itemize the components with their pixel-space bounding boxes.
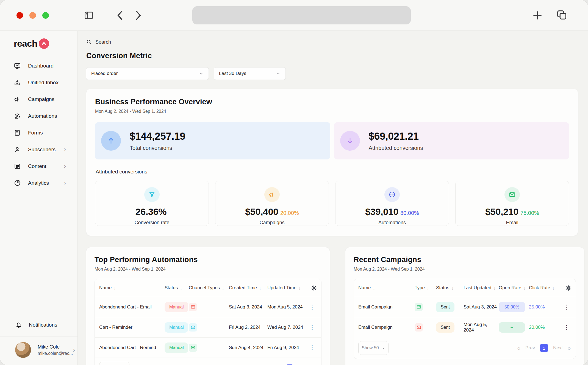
user-name: Mike Cole xyxy=(38,344,73,350)
sort-icon: ↓ xyxy=(180,286,182,290)
column-header-status[interactable]: Status↓ xyxy=(436,285,464,291)
back-button[interactable] xyxy=(116,10,124,21)
sidebar-item-label: Dashboard xyxy=(28,63,54,69)
page-size-select[interactable]: Show 50 xyxy=(358,341,389,355)
sidebar-item-analytics[interactable]: Analytics › xyxy=(14,178,72,189)
sidebar-item-forms[interactable]: Forms xyxy=(14,127,72,138)
app-logo: reach xyxy=(0,38,77,49)
notifications-label: Notifications xyxy=(29,322,57,328)
bell-icon xyxy=(15,321,22,328)
row-menu-button[interactable]: ⋮ xyxy=(562,324,571,331)
automations-table: Name↓ Status↓ Channel Types↓ Created Tim… xyxy=(95,279,321,365)
close-window-button[interactable] xyxy=(16,12,23,19)
email-type-icon xyxy=(415,303,423,311)
sidebar-toggle-button[interactable] xyxy=(83,10,94,21)
sidebar-item-subscribers[interactable]: Subscribers › xyxy=(14,144,72,155)
attributed-conversions-card: $69,021.21 Attributed conversions xyxy=(334,122,569,159)
automations-metric-label: Automations xyxy=(378,220,406,226)
maximize-window-button[interactable] xyxy=(42,12,49,19)
chevron-down-icon xyxy=(382,346,385,350)
created-time: Fri Aug 2, 2024 xyxy=(229,325,267,330)
column-header-created-time[interactable]: Created Time↓ xyxy=(229,285,267,291)
metric-select[interactable]: Placed order xyxy=(86,67,209,80)
email-channel-icon xyxy=(189,303,197,311)
date-range-select-value: Last 30 Days xyxy=(219,71,246,76)
traffic-lights xyxy=(16,12,49,19)
funnel-icon xyxy=(144,187,160,202)
column-header-last-updated[interactable]: Last Updated↓ xyxy=(464,285,499,291)
table-row: Abondonend Cart - Email Manual Sat Aug 3… xyxy=(95,297,321,317)
minimize-window-button[interactable] xyxy=(29,12,36,19)
automation-wave-icon xyxy=(384,187,400,202)
plus-icon xyxy=(531,9,543,21)
attributed-conversions-value: $69,021.21 xyxy=(369,131,423,142)
email-metric-label: Email xyxy=(506,220,518,226)
column-header-type[interactable]: Type↓ xyxy=(415,285,436,291)
logo-text: reach xyxy=(14,38,37,49)
table-settings-button[interactable] xyxy=(565,285,571,291)
tab-overview-button[interactable] xyxy=(556,9,568,21)
click-rate: 25.00% xyxy=(529,304,562,310)
main-content: Search Conversion Metric Placed order La… xyxy=(78,31,588,365)
page-number-button[interactable]: 1 xyxy=(540,344,548,352)
automations-table-header: Name↓ Status↓ Channel Types↓ Created Tim… xyxy=(95,279,321,297)
campaigns-table-title: Recent Campaigns xyxy=(354,256,576,264)
table-settings-button[interactable] xyxy=(311,285,317,291)
forward-button[interactable] xyxy=(134,10,142,21)
inbox-icon xyxy=(14,79,21,86)
sort-icon: ↓ xyxy=(222,286,224,290)
row-menu-button[interactable]: ⋮ xyxy=(307,344,317,351)
open-rate-badge: 50.00% xyxy=(499,302,525,312)
row-menu-button[interactable]: ⋮ xyxy=(307,304,317,311)
sidebar: reach Dashboard Unified Inbox Campaigns xyxy=(0,31,78,365)
column-header-name[interactable]: Name↓ xyxy=(358,285,415,291)
row-menu-button[interactable]: ⋮ xyxy=(307,324,317,331)
last-page-button[interactable]: » xyxy=(568,345,571,351)
conversion-rate-card: 26.36% Conversion rate xyxy=(95,181,209,226)
table-row: Email Campaign Sent Mon Aug 5, 2024 -- 2… xyxy=(354,317,576,337)
user-profile[interactable]: Mike Cole mike.colen@rec... › xyxy=(0,336,77,365)
column-header-updated-time[interactable]: Updated Time↓ xyxy=(267,285,307,291)
column-header-channel-types[interactable]: Channel Types↓ xyxy=(189,285,229,291)
status-badge: Manual xyxy=(165,302,188,312)
sidebar-item-campaigns[interactable]: Campaigns xyxy=(14,94,72,105)
campaigns-table-date-range: Mon Aug 2, 2024 - Wed Sep 1, 2024 xyxy=(354,267,576,272)
page-size-select[interactable]: Show 50 xyxy=(99,362,129,365)
table-row: Abondonend Cart - Remind Manual Sun Aug … xyxy=(95,337,321,358)
date-range-select[interactable]: Last 30 Days xyxy=(214,67,286,80)
last-updated: Mon Aug 5, 2024 xyxy=(464,322,499,333)
user-email: mike.colen@rec... xyxy=(38,351,73,356)
column-header-open-rate[interactable]: Open Rate↓ xyxy=(499,285,529,291)
address-bar[interactable] xyxy=(192,6,411,24)
status-badge: Sent xyxy=(436,302,454,312)
sidebar-item-automations[interactable]: Automations xyxy=(14,111,72,122)
row-menu-button[interactable]: ⋮ xyxy=(562,304,571,311)
sidebar-item-unified-inbox[interactable]: Unified Inbox xyxy=(14,77,72,88)
sidebar-item-dashboard[interactable]: Dashboard xyxy=(14,60,72,71)
column-header-status[interactable]: Status↓ xyxy=(165,285,189,291)
notifications-button[interactable]: Notifications xyxy=(0,321,57,336)
automation-name: Abondonend Cart - Email xyxy=(99,304,165,310)
column-header-click-rate[interactable]: Click Rate↓ xyxy=(529,285,562,291)
sidebar-item-label: Forms xyxy=(28,130,43,136)
sidebar-item-content[interactable]: Content › xyxy=(14,161,72,172)
search-input[interactable]: Search xyxy=(86,37,578,47)
prev-page-button[interactable]: Prev xyxy=(525,345,535,351)
metric-select-value: Placed order xyxy=(91,71,118,76)
conversion-rate-value: 26.36% xyxy=(135,206,167,217)
first-page-button[interactable]: « xyxy=(517,345,520,351)
automations-metric-card: $39,010 80.00% Automations xyxy=(335,181,449,226)
email-channel-icon xyxy=(189,323,197,332)
sort-icon: ↓ xyxy=(299,286,301,290)
next-page-button[interactable]: Next xyxy=(553,345,563,351)
column-header-name[interactable]: Name↓ xyxy=(99,285,165,291)
browser-chrome xyxy=(0,0,588,31)
sort-icon: ↓ xyxy=(493,286,496,290)
logo-arrow-icon xyxy=(39,38,49,49)
overview-date-range: Mon Aug 2, 2024 - Wed Sep 1, 2024 xyxy=(95,109,569,114)
avatar xyxy=(15,342,31,358)
sidebar-item-label: Subscribers xyxy=(28,147,56,153)
person-icon xyxy=(14,146,21,153)
new-tab-button[interactable] xyxy=(531,9,543,21)
sidebar-item-label: Unified Inbox xyxy=(28,80,59,86)
